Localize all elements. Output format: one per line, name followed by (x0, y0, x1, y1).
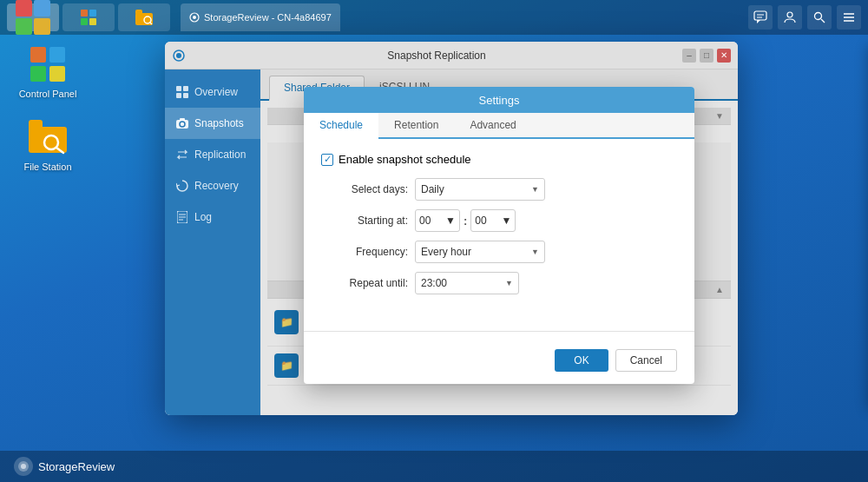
brand-logo: StorageReview (14, 457, 115, 476)
window-tab-label: StorageReview - CN-4a84697 (204, 12, 332, 23)
sidebar-item-snapshots[interactable]: Snapshots (165, 108, 260, 139)
arrows-icon (175, 148, 189, 162)
svg-line-15 (821, 19, 825, 23)
file-station-icon (135, 10, 153, 25)
dialog-overlay: Settings Schedule Retention Advanced ✓ E… (260, 69, 738, 415)
control-panel-icon-img (27, 43, 69, 85)
svg-rect-0 (81, 10, 88, 17)
svg-rect-1 (89, 10, 96, 17)
taskbar-app-manager[interactable] (7, 3, 59, 31)
enable-schedule-row[interactable]: ✓ Enable snapshot schedule (321, 153, 677, 166)
dialog-footer: OK Cancel (304, 340, 694, 384)
frequency-dropdown[interactable]: Every hour ▼ (415, 241, 545, 263)
minute-arrow: ▼ (501, 215, 511, 227)
taskbar-window-tab[interactable]: StorageReview - CN-4a84697 (181, 3, 340, 31)
search-icon (812, 10, 826, 24)
window-controls: – □ ✕ (682, 49, 731, 63)
taskbar-right (748, 5, 861, 30)
svg-rect-29 (176, 86, 181, 91)
dialog-tab-retention[interactable]: Retention (378, 113, 454, 137)
menu-icon (842, 12, 856, 23)
frequency-arrow: ▼ (531, 248, 539, 256)
svg-rect-3 (89, 18, 96, 25)
hour-value: 00 (419, 215, 431, 227)
select-days-dropdown[interactable]: Daily ▼ (415, 178, 545, 201)
ok-button[interactable]: OK (555, 349, 608, 372)
starting-at-label: Starting at: (321, 215, 408, 227)
svg-rect-5 (135, 10, 142, 15)
dialog-body: ✓ Enable snapshot schedule Select days: … (304, 139, 694, 317)
svg-point-13 (787, 12, 792, 17)
app-title: Snapshot Replication (191, 50, 682, 62)
svg-rect-31 (176, 93, 181, 98)
cancel-button[interactable]: Cancel (615, 349, 677, 372)
package-manager-icon (16, 0, 50, 35)
form-row-frequency: Frequency: Every hour ▼ (321, 241, 677, 263)
dialog-tabs: Schedule Retention Advanced (304, 113, 694, 139)
dialog-title: Settings (479, 94, 520, 107)
taskbar-app-control-panel[interactable] (62, 3, 115, 31)
main-content: Shared Folder iSCSI LUN ▼ ▲ (260, 69, 738, 415)
user-icon-btn[interactable] (778, 5, 802, 30)
taskbar-app-file-station[interactable] (118, 3, 170, 31)
app-titlebar: Snapshot Replication – □ ✕ (165, 42, 738, 69)
window-minimize-btn[interactable]: – (682, 49, 696, 63)
time-separator: : (464, 215, 467, 228)
form-row-starting-at: Starting at: 00 ▼ : 00 ▼ (321, 209, 677, 232)
control-panel-icon (80, 9, 97, 26)
sidebar-item-log[interactable]: Log (165, 201, 260, 233)
recovery-icon (175, 179, 189, 193)
svg-point-45 (21, 464, 26, 469)
svg-point-9 (193, 16, 196, 19)
svg-point-14 (815, 13, 822, 20)
app-body: Overview Snapshots (165, 69, 738, 415)
desktop-icon-control-panel[interactable]: Control Panel (17, 43, 78, 99)
taskbar-title-bar: StorageReview - CN-4a84697 (174, 3, 745, 31)
sidebar-snapshots-label: Snapshots (194, 117, 244, 129)
frequency-label: Frequency: (321, 246, 408, 258)
desktop-icons: Control Panel File Station (17, 43, 78, 172)
brand-icon (14, 457, 33, 476)
sidebar-item-overview[interactable]: Overview (165, 76, 260, 108)
snapshot-tab-icon (189, 12, 200, 23)
log-icon (175, 210, 189, 224)
repeat-until-dropdown[interactable]: 23:00 ▼ (415, 272, 519, 294)
svg-rect-35 (180, 118, 185, 121)
user-icon (783, 10, 797, 24)
repeat-until-label: Repeat until: (321, 277, 408, 289)
form-row-repeat-until: Repeat until: 23:00 ▼ (321, 272, 677, 294)
brand-name: StorageReview (38, 460, 115, 473)
sidebar-overview-label: Overview (194, 86, 238, 98)
svg-rect-32 (183, 93, 188, 98)
desktop-icon-file-station[interactable]: File Station (17, 116, 78, 172)
select-days-arrow: ▼ (531, 185, 539, 194)
form-row-select-days: Select days: Daily ▼ (321, 178, 677, 201)
minute-value: 00 (475, 215, 486, 227)
hour-select[interactable]: 00 ▼ (415, 209, 460, 232)
enable-schedule-checkbox[interactable]: ✓ (321, 154, 333, 166)
chat-icon (753, 10, 767, 24)
minute-select[interactable]: 00 ▼ (470, 209, 516, 232)
repeat-until-arrow: ▼ (505, 279, 513, 287)
chat-icon-btn[interactable] (748, 5, 773, 30)
camera-icon (175, 116, 189, 130)
time-group: 00 ▼ : 00 ▼ (415, 209, 516, 232)
taskbar-bottom: StorageReview (0, 451, 868, 482)
window-close-btn[interactable]: ✕ (717, 49, 731, 63)
dialog-titlebar: Settings (304, 87, 694, 113)
sidebar-item-recovery[interactable]: Recovery (165, 170, 260, 201)
sidebar-recovery-label: Recovery (194, 180, 239, 192)
file-station-label: File Station (23, 162, 71, 172)
dialog-tab-schedule[interactable]: Schedule (304, 113, 378, 139)
sidebar-item-replication[interactable]: Replication (165, 139, 260, 170)
menu-icon-btn[interactable] (837, 5, 861, 30)
window-maximize-btn[interactable]: □ (700, 49, 713, 63)
desktop: Control Panel File Station S (0, 35, 868, 451)
search-icon-btn[interactable] (807, 5, 832, 30)
taskbar-top: StorageReview - CN-4a84697 (0, 0, 868, 35)
sidebar: Overview Snapshots (165, 69, 260, 415)
repeat-until-value: 23:00 (421, 277, 447, 289)
dialog-tab-advanced[interactable]: Advanced (454, 113, 531, 137)
svg-rect-22 (49, 66, 65, 82)
dialog-divider (304, 331, 694, 332)
